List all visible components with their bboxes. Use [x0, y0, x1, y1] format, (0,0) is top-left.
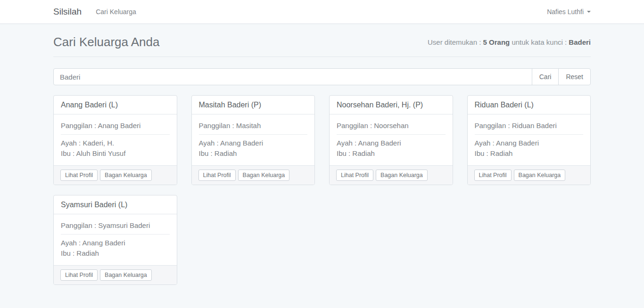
person-name: Noorsehan Baderi, Hj. (P) [330, 96, 453, 114]
ibu-label: Ibu : [199, 149, 213, 157]
card-footer: Lihat Profil Bagan Keluarga [330, 165, 453, 185]
divider [61, 134, 170, 135]
result-count: 5 Orang [483, 38, 510, 46]
person-name: Anang Baderi (L) [54, 96, 177, 114]
panggilan-label: Panggilan : [61, 221, 96, 229]
card-footer: Lihat Profil Bagan Keluarga [468, 165, 591, 185]
divider [61, 234, 170, 235]
panggilan-label: Panggilan : [475, 122, 510, 130]
result-middle: untuk kata kunci : [512, 38, 567, 46]
ibu-value: Radiah [352, 149, 375, 157]
ayah-value: Anang Baderi [220, 139, 263, 147]
view-profile-button[interactable]: Lihat Profil [474, 170, 512, 181]
panggilan-value: Noorsehan [374, 122, 408, 130]
search-button[interactable]: Cari [532, 68, 559, 85]
person-name: Syamsuri Baderi (L) [54, 195, 177, 214]
panggilan-value: Anang Baderi [98, 122, 140, 130]
ayah-value: Kaderi, H. [83, 139, 114, 147]
ibu-label: Ibu : [61, 149, 74, 157]
panggilan-value: Masitah [236, 122, 261, 130]
card-footer: Lihat Profil Bagan Keluarga [54, 165, 177, 185]
person-details: Panggilan : Noorsehan Ayah : Anang Bader… [330, 114, 453, 165]
ayah-label: Ayah : [475, 139, 495, 147]
caret-down-icon [587, 11, 591, 13]
ibu-label: Ibu : [475, 149, 488, 157]
view-profile-button[interactable]: Lihat Profil [198, 170, 236, 181]
person-card: Syamsuri Baderi (L) Panggilan : Syamsuri… [53, 195, 177, 285]
person-name: Riduan Baderi (L) [468, 96, 591, 114]
ibu-value: Radiah [215, 149, 237, 157]
family-chart-button[interactable]: Bagan Keluarga [514, 170, 566, 181]
ayah-value: Anang Baderi [358, 139, 401, 147]
person-name: Masitah Baderi (P) [192, 96, 315, 114]
family-chart-button[interactable]: Bagan Keluarga [100, 170, 152, 181]
divider [337, 134, 446, 135]
ibu-value: Aluh Binti Yusuf [76, 149, 126, 157]
ayah-label: Ayah : [337, 139, 356, 147]
result-keyword: Baderi [569, 38, 591, 46]
ayah-label: Ayah : [61, 139, 81, 147]
person-card: Riduan Baderi (L) Panggilan : Riduan Bad… [467, 95, 591, 185]
view-profile-button[interactable]: Lihat Profil [60, 170, 98, 181]
navbar: Silsilah Cari Keluarga Nafies Luthfi [0, 0, 644, 24]
ayah-label: Ayah : [61, 239, 81, 247]
search-input[interactable] [53, 68, 532, 85]
result-summary: User ditemukan : 5 Orang untuk kata kunc… [428, 38, 591, 46]
panggilan-label: Panggilan : [337, 122, 372, 130]
reset-button[interactable]: Reset [558, 68, 591, 85]
person-card: Anang Baderi (L) Panggilan : Anang Bader… [53, 95, 177, 185]
person-details: Panggilan : Anang Baderi Ayah : Kaderi, … [54, 114, 177, 165]
family-chart-button[interactable]: Bagan Keluarga [100, 269, 152, 281]
ibu-label: Ibu : [337, 149, 350, 157]
brand-silsilah[interactable]: Silsilah [53, 7, 82, 17]
user-dropdown[interactable]: Nafies Luthfi [547, 8, 591, 16]
page-header: Cari Keluarga Anda User ditemukan : 5 Or… [53, 24, 591, 57]
panggilan-label: Panggilan : [199, 122, 234, 130]
family-chart-button[interactable]: Bagan Keluarga [238, 170, 290, 181]
page-title: Cari Keluarga Anda [53, 35, 159, 49]
panggilan-value: Syamsuri Baderi [98, 221, 150, 229]
ibu-value: Radiah [76, 249, 99, 257]
person-details: Panggilan : Riduan Baderi Ayah : Anang B… [468, 114, 591, 165]
search-form: Cari Reset [53, 68, 591, 85]
ibu-label: Ibu : [61, 249, 74, 257]
person-details: Panggilan : Masitah Ayah : Anang Baderi … [192, 114, 315, 165]
panggilan-label: Panggilan : [61, 122, 96, 130]
user-name: Nafies Luthfi [547, 8, 584, 16]
ibu-value: Radiah [490, 149, 513, 157]
ayah-value: Anang Baderi [83, 239, 125, 247]
panggilan-value: Riduan Baderi [512, 122, 557, 130]
results-grid: Anang Baderi (L) Panggilan : Anang Bader… [53, 95, 591, 304]
person-card: Masitah Baderi (P) Panggilan : Masitah A… [191, 95, 315, 185]
result-prefix: User ditemukan : [428, 38, 481, 46]
card-footer: Lihat Profil Bagan Keluarga [192, 165, 315, 185]
nav-item-cari-keluarga[interactable]: Cari Keluarga [96, 8, 136, 16]
family-chart-button[interactable]: Bagan Keluarga [376, 170, 428, 181]
view-profile-button[interactable]: Lihat Profil [336, 170, 373, 181]
card-footer: Lihat Profil Bagan Keluarga [54, 265, 177, 284]
ayah-label: Ayah : [199, 139, 219, 147]
ayah-value: Anang Baderi [496, 139, 539, 147]
divider [475, 134, 584, 135]
divider [199, 134, 308, 135]
person-details: Panggilan : Syamsuri Baderi Ayah : Anang… [54, 214, 177, 265]
view-profile-button[interactable]: Lihat Profil [60, 269, 98, 281]
person-card: Noorsehan Baderi, Hj. (P) Panggilan : No… [329, 95, 453, 185]
